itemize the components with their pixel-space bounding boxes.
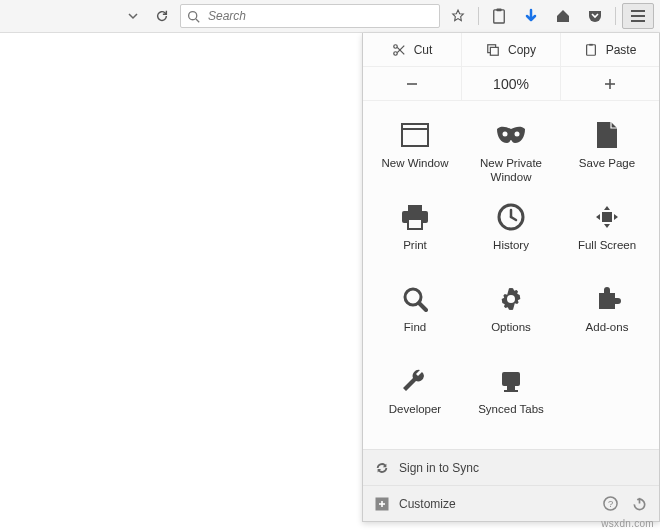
- search-icon: [187, 10, 200, 23]
- home-icon: [555, 8, 571, 24]
- clock-icon: [497, 203, 525, 231]
- pocket-button[interactable]: [581, 4, 609, 28]
- help-icon: ?: [603, 496, 618, 511]
- gear-icon: [497, 285, 525, 313]
- svg-point-0: [189, 11, 197, 19]
- paste-button[interactable]: Paste: [560, 33, 659, 66]
- toolbar-separator: [615, 7, 616, 25]
- svg-rect-3: [496, 9, 501, 12]
- item-label: Synced Tabs: [478, 403, 544, 417]
- item-label: History: [493, 239, 529, 253]
- minus-icon: [406, 78, 418, 90]
- item-label: Find: [404, 321, 426, 335]
- svg-rect-33: [507, 386, 515, 390]
- copy-label: Copy: [508, 43, 536, 57]
- home-button[interactable]: [549, 4, 577, 28]
- svg-rect-24: [408, 219, 422, 229]
- mask-icon: [495, 125, 527, 145]
- print-button[interactable]: Print: [367, 193, 463, 275]
- save-page-button[interactable]: Save Page: [559, 111, 655, 193]
- copy-icon: [486, 43, 500, 57]
- developer-button[interactable]: Developer: [367, 357, 463, 439]
- copy-button[interactable]: Copy: [461, 33, 560, 66]
- customize-button[interactable]: Customize: [375, 497, 456, 511]
- svg-point-20: [503, 132, 508, 137]
- svg-rect-12: [490, 47, 498, 55]
- paste-label: Paste: [606, 43, 637, 57]
- svg-point-7: [393, 51, 397, 55]
- new-window-button[interactable]: New Window: [367, 111, 463, 193]
- svg-point-21: [515, 132, 520, 137]
- watermark: wsxdn.com: [601, 518, 654, 529]
- bookmark-star-button[interactable]: [444, 4, 472, 28]
- sync-icon: [375, 461, 389, 475]
- page-icon: [596, 121, 618, 149]
- item-label: Options: [491, 321, 531, 335]
- browser-toolbar: [0, 0, 660, 33]
- svg-line-30: [419, 303, 426, 310]
- item-label: Full Screen: [578, 239, 636, 253]
- addons-button[interactable]: Add-ons: [559, 275, 655, 357]
- reload-button[interactable]: [148, 4, 176, 28]
- svg-text:?: ?: [608, 499, 613, 509]
- synced-tabs-button[interactable]: Synced Tabs: [463, 357, 559, 439]
- pocket-icon: [587, 8, 603, 24]
- svg-rect-14: [589, 43, 593, 45]
- customize-row: Customize ?: [363, 485, 659, 521]
- sign-in-label: Sign in to Sync: [399, 461, 479, 475]
- reading-list-button[interactable]: [485, 4, 513, 28]
- svg-rect-34: [504, 390, 518, 392]
- menu-grid: New Window New Private Window Save Page …: [363, 101, 659, 449]
- history-button[interactable]: History: [463, 193, 559, 275]
- customize-label: Customize: [399, 497, 456, 511]
- svg-point-31: [507, 295, 515, 303]
- search-box[interactable]: [180, 4, 440, 28]
- options-button[interactable]: Options: [463, 275, 559, 357]
- wrench-icon: [401, 367, 429, 395]
- fullscreen-icon: [594, 204, 620, 230]
- app-menu-panel: Cut Copy Paste 100% New Window New Priva…: [362, 33, 660, 522]
- puzzle-icon: [593, 285, 621, 313]
- printer-icon: [401, 204, 429, 230]
- magnifier-icon: [402, 286, 428, 312]
- quit-button[interactable]: [632, 496, 647, 511]
- cut-button[interactable]: Cut: [363, 33, 461, 66]
- svg-line-27: [511, 217, 516, 220]
- item-label: Developer: [389, 403, 441, 417]
- reload-icon: [155, 9, 169, 23]
- search-input[interactable]: [206, 8, 433, 24]
- paste-icon: [584, 43, 598, 57]
- chevron-down-icon: [128, 11, 138, 21]
- url-dropdown-marker[interactable]: [6, 4, 144, 28]
- zoom-out-button[interactable]: [363, 67, 461, 100]
- svg-rect-28: [602, 212, 612, 222]
- hamburger-icon: [630, 9, 646, 23]
- svg-point-8: [393, 44, 397, 48]
- window-icon: [401, 123, 429, 147]
- sign-in-row[interactable]: Sign in to Sync: [363, 449, 659, 485]
- find-button[interactable]: Find: [367, 275, 463, 357]
- edit-row: Cut Copy Paste: [363, 33, 659, 67]
- fullscreen-button[interactable]: Full Screen: [559, 193, 655, 275]
- empty-slot: [559, 357, 655, 439]
- item-label: New Private Window: [463, 157, 559, 185]
- zoom-in-button[interactable]: [560, 67, 659, 100]
- svg-line-1: [196, 18, 199, 21]
- new-private-window-button[interactable]: New Private Window: [463, 111, 559, 193]
- zoom-row: 100%: [363, 67, 659, 101]
- help-button[interactable]: ?: [603, 496, 618, 511]
- svg-rect-22: [408, 205, 422, 211]
- cut-label: Cut: [414, 43, 433, 57]
- toolbar-separator: [478, 7, 479, 25]
- hamburger-menu-button[interactable]: [622, 3, 654, 29]
- svg-rect-18: [402, 124, 428, 146]
- plus-icon: [604, 78, 616, 90]
- svg-rect-32: [502, 372, 520, 386]
- synced-tabs-icon: [498, 368, 524, 394]
- plus-box-icon: [375, 497, 389, 511]
- item-label: New Window: [381, 157, 448, 171]
- downloads-button[interactable]: [517, 4, 545, 28]
- zoom-level[interactable]: 100%: [461, 67, 560, 100]
- svg-rect-13: [586, 44, 595, 55]
- item-label: Add-ons: [586, 321, 629, 335]
